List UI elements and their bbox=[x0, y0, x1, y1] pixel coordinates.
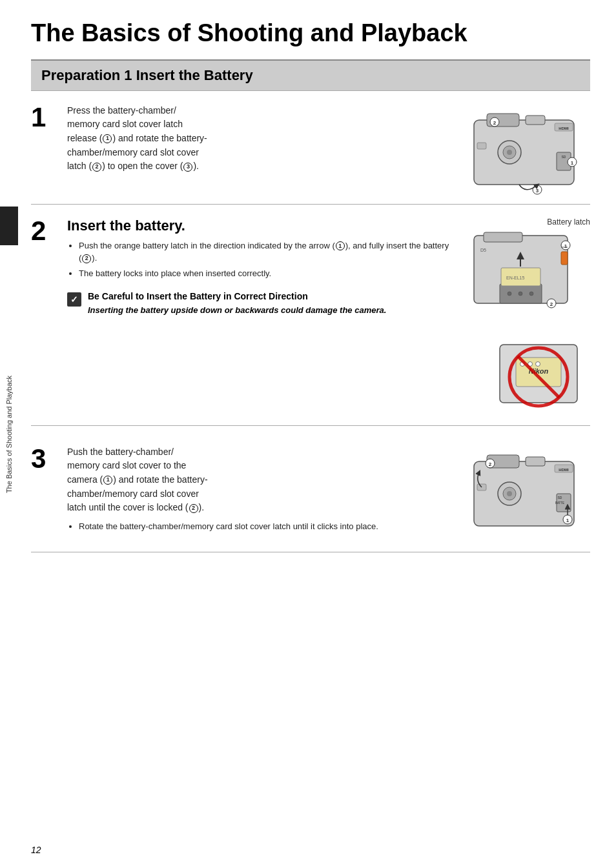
step-2-number: 2 bbox=[31, 217, 57, 245]
warning-content: Be Careful to Insert the Battery in Corr… bbox=[88, 291, 451, 317]
svg-point-25 bbox=[529, 292, 533, 296]
svg-text:3: 3 bbox=[536, 188, 539, 194]
warning-body: Inserting the battery upside down or bac… bbox=[88, 304, 451, 317]
page-title: The Basics of Shooting and Playback bbox=[31, 19, 590, 48]
svg-point-39 bbox=[536, 361, 540, 366]
page-number: 12 bbox=[31, 845, 41, 855]
step-3-bullets: Rotate the battery-chamber/memory card s… bbox=[67, 520, 444, 533]
svg-point-50 bbox=[507, 491, 512, 496]
sidebar-label: The Basics of Shooting and Playback bbox=[5, 375, 13, 492]
divider-middle bbox=[31, 425, 590, 426]
step-3-row: 3 Push the battery-chamber/memory card s… bbox=[31, 432, 590, 552]
svg-text:SD: SD bbox=[558, 496, 562, 500]
svg-rect-44 bbox=[526, 457, 545, 466]
svg-rect-16 bbox=[477, 143, 486, 149]
warning-check-icon: ✓ bbox=[70, 294, 78, 305]
warning-icon: ✓ bbox=[67, 292, 81, 307]
step-2-image: Battery latch D5 EN-EL15 bbox=[461, 217, 590, 419]
step-1-content: Press the battery-chamber/memory card sl… bbox=[67, 104, 444, 174]
step-3-content: Push the battery-chamber/memory card slo… bbox=[67, 445, 444, 536]
step-1-body: Press the battery-chamber/memory card sl… bbox=[67, 104, 444, 174]
step-3-bullet-1: Rotate the battery-chamber/memory card s… bbox=[79, 520, 444, 533]
battery-latch-label: Battery latch bbox=[547, 217, 590, 227]
svg-point-15 bbox=[507, 150, 512, 155]
step-2-bullets: Push the orange battery latch in the dir… bbox=[67, 239, 451, 280]
step-1-image: HDMI SD 2 1 3 bbox=[455, 104, 590, 197]
warning-title: Be Careful to Insert the Battery in Corr… bbox=[88, 291, 451, 301]
svg-point-23 bbox=[508, 292, 511, 296]
svg-text:HDMI: HDMI bbox=[559, 468, 569, 472]
step-2-row: 2 Insert the battery. Push the orange ba… bbox=[31, 205, 590, 425]
svg-text:2: 2 bbox=[550, 301, 553, 307]
battery-insert-diagram: D5 EN-EL15 1 bbox=[461, 229, 590, 332]
svg-text:1: 1 bbox=[566, 518, 570, 523]
svg-text:1: 1 bbox=[564, 243, 568, 249]
battery-wrong-direction-diagram: Nikon bbox=[487, 335, 590, 419]
step-1-row: 1 Press the battery-chamber/memory card … bbox=[31, 91, 590, 205]
svg-rect-28 bbox=[561, 252, 568, 265]
svg-rect-2 bbox=[526, 116, 545, 125]
warning-box: ✓ Be Careful to Insert the Battery in Co… bbox=[67, 291, 451, 323]
section-header: Preparation 1 Insert the Battery bbox=[31, 59, 590, 90]
step-3-body: Push the battery-chamber/memory card slo… bbox=[67, 445, 444, 515]
step-2-bullet-1: Push the orange battery latch in the dir… bbox=[79, 239, 451, 265]
section-header-text: Preparation 1 Insert the Battery bbox=[41, 67, 253, 83]
svg-point-24 bbox=[518, 292, 522, 296]
svg-text:D5: D5 bbox=[480, 248, 486, 252]
step-3-number: 3 bbox=[31, 445, 57, 472]
svg-text:HDMI: HDMI bbox=[559, 126, 569, 130]
step-2-title: Insert the battery. bbox=[67, 217, 451, 234]
svg-text:BATTE: BATTE bbox=[555, 501, 564, 505]
camera-top-diagram-1: HDMI SD 2 1 3 bbox=[455, 104, 590, 197]
svg-text:1: 1 bbox=[571, 160, 574, 166]
step-2-content: Insert the battery. Push the orange batt… bbox=[67, 217, 451, 330]
camera-top-diagram-3: HDMI 2 bbox=[455, 445, 590, 545]
main-content: The Basics of Shooting and Playback Prep… bbox=[18, 0, 616, 868]
svg-text:SD: SD bbox=[562, 155, 566, 159]
sidebar-tab: The Basics of Shooting and Playback bbox=[0, 0, 18, 868]
step-3-image: HDMI 2 bbox=[455, 445, 590, 545]
step-2-bullet-2: The battery locks into place when insert… bbox=[79, 267, 451, 280]
svg-text:2: 2 bbox=[493, 120, 497, 126]
step-1-number: 1 bbox=[31, 104, 57, 131]
svg-rect-18 bbox=[484, 232, 522, 242]
sidebar-black-rect bbox=[0, 207, 18, 245]
svg-text:EN-EL15: EN-EL15 bbox=[506, 276, 525, 280]
svg-text:2: 2 bbox=[489, 461, 492, 467]
